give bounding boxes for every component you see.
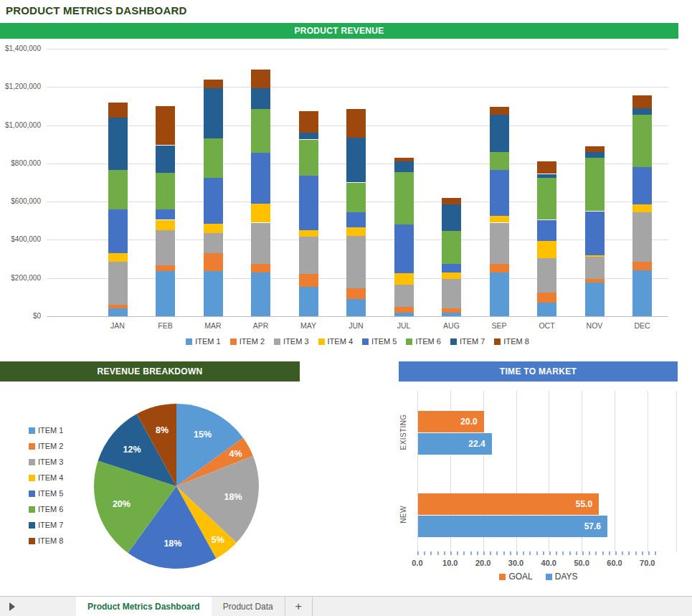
- bar-segment[interactable]: [442, 204, 461, 231]
- bar-segment[interactable]: [394, 158, 414, 161]
- bar-segment[interactable]: [251, 88, 270, 109]
- bar-segment[interactable]: [251, 264, 270, 273]
- bar-segment[interactable]: [299, 140, 318, 176]
- bar-segment[interactable]: [204, 271, 223, 316]
- pie-legend-item[interactable]: ITEM 7: [29, 521, 63, 529]
- bar-segment[interactable]: [346, 138, 366, 183]
- bar-segment[interactable]: [299, 176, 318, 230]
- pie-chart-svg[interactable]: 15%4%18%5%18%20%12%8%: [92, 402, 261, 571]
- bar-segment[interactable]: [108, 118, 128, 170]
- bar-segment[interactable]: [585, 158, 605, 212]
- bar-segment[interactable]: [537, 303, 556, 316]
- bar-segment[interactable]: [156, 106, 175, 146]
- bar-segment[interactable]: [442, 308, 461, 312]
- bar-segment[interactable]: [204, 178, 223, 224]
- bar-segment[interactable]: [537, 241, 556, 258]
- pie-legend-item[interactable]: ITEM 1: [29, 426, 63, 435]
- legend-item[interactable]: ITEM 3: [274, 337, 308, 346]
- bar-segment[interactable]: [442, 273, 461, 279]
- bar-segment[interactable]: [346, 236, 366, 288]
- bar-segment[interactable]: [394, 307, 414, 313]
- bar-segment[interactable]: [490, 223, 509, 264]
- pie-legend-item[interactable]: ITEM 5: [29, 489, 63, 498]
- bar-segment[interactable]: [537, 174, 556, 178]
- bar-segment[interactable]: [108, 209, 128, 253]
- bar-segment[interactable]: [537, 178, 556, 220]
- bar-segment[interactable]: [585, 279, 605, 283]
- bar-segment[interactable]: [490, 107, 509, 115]
- bar-segment[interactable]: [204, 88, 223, 139]
- bar-segment[interactable]: [156, 209, 175, 220]
- bar-segment[interactable]: [490, 152, 509, 170]
- bar-segment[interactable]: [204, 253, 223, 271]
- bar-segment[interactable]: [251, 223, 270, 264]
- pie-legend-item[interactable]: ITEM 4: [29, 473, 63, 482]
- bar-segment[interactable]: [490, 216, 509, 222]
- bar-segment[interactable]: [299, 274, 318, 286]
- bar-segment[interactable]: [251, 273, 270, 316]
- bar-segment[interactable]: [108, 253, 128, 262]
- bar-segment[interactable]: [442, 313, 461, 316]
- bar-segment[interactable]: [204, 233, 223, 253]
- bar-segment[interactable]: [156, 265, 175, 271]
- bar-segment[interactable]: [299, 237, 318, 274]
- bar-segment[interactable]: [537, 161, 556, 174]
- bar-segment[interactable]: [346, 183, 366, 212]
- tab-scroll-button[interactable]: [0, 597, 24, 616]
- bar-segment[interactable]: [204, 80, 223, 88]
- bar-segment[interactable]: [632, 212, 652, 262]
- legend-item[interactable]: ITEM 5: [362, 337, 397, 346]
- bar-segment[interactable]: [490, 264, 509, 273]
- bar-segment[interactable]: [346, 227, 366, 236]
- bar-segment[interactable]: [251, 109, 270, 153]
- legend-item[interactable]: ITEM 1: [186, 337, 220, 346]
- bar-segment[interactable]: [442, 279, 461, 308]
- bar-segment[interactable]: [394, 273, 414, 285]
- bar-segment[interactable]: [632, 167, 652, 204]
- bar-segment[interactable]: [394, 285, 414, 307]
- bar-segment[interactable]: [632, 115, 652, 167]
- bar-segment[interactable]: [156, 220, 175, 231]
- legend-item[interactable]: ITEM 8: [494, 337, 529, 346]
- bar-segment[interactable]: [204, 224, 223, 233]
- add-sheet-button[interactable]: +: [285, 597, 313, 616]
- bar-segment[interactable]: [537, 220, 556, 241]
- bar-segment[interactable]: [299, 287, 318, 316]
- bar-segment[interactable]: [394, 161, 414, 172]
- bar-segment[interactable]: [632, 262, 652, 270]
- pie-legend-item[interactable]: ITEM 8: [29, 536, 63, 545]
- bar-segment[interactable]: [490, 170, 509, 216]
- bar-segment[interactable]: [346, 288, 366, 299]
- bar-segment[interactable]: [156, 271, 175, 316]
- bar-segment[interactable]: [394, 172, 414, 224]
- bar-segment[interactable]: [299, 133, 318, 139]
- bar-segment[interactable]: [299, 111, 318, 133]
- bar-segment[interactable]: [394, 224, 414, 273]
- bar-segment[interactable]: [346, 212, 366, 227]
- bar-segment[interactable]: [299, 230, 318, 237]
- ttm-legend-item[interactable]: DAYS: [546, 572, 578, 582]
- legend-item[interactable]: ITEM 2: [230, 337, 265, 346]
- bar-segment[interactable]: [108, 170, 128, 209]
- bar-segment[interactable]: [108, 308, 128, 316]
- bar-segment[interactable]: [490, 115, 509, 152]
- pie-legend-item[interactable]: ITEM 3: [29, 458, 63, 466]
- bar-segment[interactable]: [204, 138, 223, 178]
- bar-segment[interactable]: [442, 198, 461, 204]
- legend-item[interactable]: ITEM 4: [318, 337, 353, 346]
- bar-segment[interactable]: [585, 283, 605, 316]
- bar-segment[interactable]: [251, 153, 270, 204]
- bar-segment[interactable]: [585, 255, 605, 257]
- bar-segment[interactable]: [585, 212, 605, 255]
- bar-segment[interactable]: [632, 108, 652, 115]
- bar-segment[interactable]: [585, 257, 605, 279]
- bar-segment[interactable]: [442, 264, 461, 273]
- bar-segment[interactable]: [156, 173, 175, 209]
- bar-segment[interactable]: [490, 273, 509, 316]
- bar-segment[interactable]: [632, 270, 652, 316]
- bar-segment[interactable]: [251, 70, 270, 87]
- bar-segment[interactable]: [537, 293, 556, 303]
- bar-segment[interactable]: [108, 305, 128, 308]
- bar-segment[interactable]: [442, 231, 461, 263]
- bar-segment[interactable]: [585, 152, 605, 158]
